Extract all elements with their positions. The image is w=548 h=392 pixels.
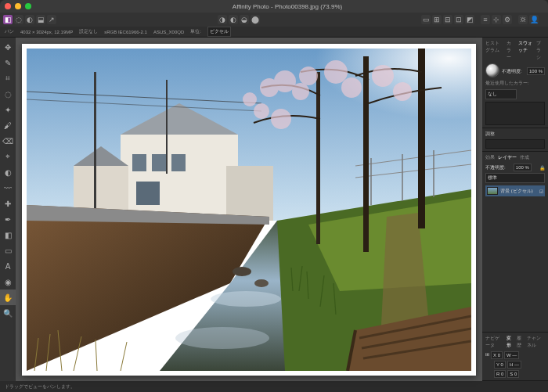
clone-brush-tool[interactable]: ⌖	[0, 149, 16, 164]
fullscreen-window-button[interactable]	[25, 3, 31, 9]
svg-rect-9	[171, 154, 186, 171]
svg-point-45	[341, 77, 362, 98]
effects-tab[interactable]: 効果	[485, 154, 495, 161]
auto-wb-button[interactable]: ⬤	[251, 15, 260, 24]
recent-colors-label: 最近使用したカラー:	[485, 80, 545, 87]
canvas-viewport[interactable]	[16, 38, 482, 381]
auto-contrast-button[interactable]: ◐	[229, 15, 238, 24]
close-window-button[interactable]	[5, 3, 11, 9]
units-dropdown[interactable]: ピクセル	[207, 27, 231, 37]
photo-persona-button[interactable]: ◧	[3, 15, 13, 24]
window-title: Affinity Photo - Photo00398.jpg (73.9%)	[31, 3, 543, 10]
transform-s[interactable]: S 0	[507, 370, 519, 378]
arrange-button[interactable]: ≡	[481, 15, 490, 24]
transform-tab[interactable]: 変形	[507, 335, 514, 349]
tool-name-label: パン	[5, 28, 14, 35]
layers-panel: 効果 レイヤー 作成 不透明度: 100 % 🔒 標準 背景 (ピクセル) ☑	[482, 152, 548, 333]
layer-visibility-checkbox[interactable]: ☑	[539, 189, 543, 194]
selection-subtract-button[interactable]: ⊟	[443, 15, 452, 24]
svg-point-40	[292, 83, 309, 100]
healing-brush-tool[interactable]: ✚	[0, 196, 16, 211]
main-toolbar: ◧ ◌ ◐ ⬓ ↗ ◑ ◐ ◒ ⬤ ▭ ⊞ ⊟ ⊡ ◩ ≡ ⊹ ⚙ ⛭ 👤	[0, 13, 548, 27]
liquify-persona-button[interactable]: ◌	[14, 15, 23, 24]
artistic-text-tool[interactable]: ✎	[0, 55, 16, 70]
title-bar: Affinity Photo - Photo00398.jpg (73.9%)	[0, 0, 548, 13]
swatches-tab[interactable]: スウォッチ	[518, 40, 533, 61]
move-tool[interactable]: ✥	[0, 39, 16, 55]
brushes-tab[interactable]: ブラシ	[536, 40, 545, 61]
auto-colors-button[interactable]: ◒	[240, 15, 249, 24]
adjustments-tab[interactable]: 調整	[485, 131, 545, 138]
gradient-tool[interactable]: ◧	[0, 227, 16, 243]
account-button[interactable]: 👤	[529, 15, 539, 24]
channels-tab[interactable]: チャンネル	[527, 335, 545, 349]
layers-tab[interactable]: レイヤー	[498, 154, 517, 161]
blend-mode-dropdown[interactable]: 標準	[485, 173, 545, 183]
snapping-button[interactable]: ⊹	[492, 15, 501, 24]
transform-x[interactable]: X 0	[491, 351, 503, 359]
studio-panels: ヒストグラム カラー スウォッチ ブラシ 不透明度: 100 % 最近使用したカ…	[482, 38, 548, 381]
preferences-button[interactable]: ⛭	[518, 15, 528, 24]
svg-point-41	[254, 103, 269, 119]
navigator-tab[interactable]: ナビゲータ	[485, 335, 503, 349]
view-tool[interactable]: ✋	[0, 290, 16, 305]
adjustments-panel: 調整	[482, 128, 548, 152]
swatch-grid[interactable]	[485, 102, 545, 125]
text-tool[interactable]: A	[0, 258, 16, 274]
color-picker-tool[interactable]: ◉	[0, 274, 16, 290]
adjustments-list[interactable]	[485, 139, 545, 149]
persona-group: ◧ ◌ ◐ ⬓ ↗	[3, 15, 56, 24]
swatches-panel: ヒストグラム カラー スウォッチ ブラシ 不透明度: 100 % 最近使用したカ…	[482, 38, 548, 128]
selection-group: ▭ ⊞ ⊟ ⊡ ◩	[421, 15, 474, 24]
color-well[interactable]	[485, 63, 499, 77]
develop-persona-button[interactable]: ◐	[25, 15, 34, 24]
styles-tab[interactable]: 作成	[520, 154, 529, 161]
svg-rect-35	[316, 72, 320, 244]
crop-tool[interactable]: ⌗	[0, 70, 16, 86]
erase-brush-tool[interactable]: ⌫	[0, 133, 16, 149]
svg-rect-8	[152, 154, 166, 171]
selection-brush-tool[interactable]: ◌	[0, 86, 16, 102]
assistant-button[interactable]: ⚙	[503, 15, 512, 24]
layer-row[interactable]: 背景 (ピクセル) ☑	[485, 185, 545, 196]
svg-point-42	[271, 109, 291, 129]
svg-rect-37	[418, 49, 425, 228]
auto-levels-button[interactable]: ◑	[218, 15, 227, 24]
camera-model: ASUS_X00QD	[153, 30, 184, 34]
opacity-value[interactable]: 100 %	[527, 67, 545, 75]
transform-r[interactable]: R 0	[494, 370, 506, 378]
tone-persona-button[interactable]: ⬓	[36, 15, 45, 24]
transform-panel-tabs: ナビゲータ 変形 履歴 チャンネル	[485, 335, 545, 349]
layer-opacity-value[interactable]: 100 %	[514, 164, 532, 171]
status-hint: ドラッグでビューをパンします。	[5, 383, 75, 390]
smudge-brush-tool[interactable]: 〰	[0, 180, 16, 196]
flood-select-tool[interactable]: ✦	[0, 102, 16, 117]
layers-panel-tabs: 効果 レイヤー 作成	[485, 154, 545, 161]
main-area: ✥✎⌗◌✦🖌⌫⌖◐〰✚✒◧▭A◉✋🔍	[0, 38, 548, 381]
lock-icon[interactable]: 🔒	[539, 165, 545, 171]
svg-line-54	[121, 342, 127, 371]
transform-h[interactable]: H —	[507, 361, 521, 369]
transform-w[interactable]: W —	[504, 351, 519, 359]
anchor-widget[interactable]: ⊞	[485, 351, 489, 359]
dodge-brush-tool[interactable]: ◐	[0, 164, 16, 180]
export-persona-button[interactable]: ↗	[47, 15, 56, 24]
minimize-window-button[interactable]	[15, 3, 21, 9]
history-tab[interactable]: 履歴	[517, 335, 524, 349]
quick-mask-button[interactable]: ◩	[465, 15, 474, 24]
paint-brush-tool[interactable]: 🖌	[0, 117, 16, 133]
selection-new-button[interactable]: ▭	[421, 15, 431, 24]
photo-content	[27, 49, 471, 371]
status-bar: ドラッグでビューをパンします。	[0, 381, 548, 392]
color-tab[interactable]: カラー	[507, 40, 515, 61]
rectangle-tool[interactable]: ▭	[0, 243, 16, 258]
swatch-set-dropdown[interactable]: なし	[485, 89, 517, 99]
pen-tool[interactable]: ✒	[0, 211, 16, 227]
selection-intersect-button[interactable]: ⊡	[454, 15, 463, 24]
histogram-tab[interactable]: ヒストグラム	[485, 40, 503, 61]
document-canvas[interactable]	[22, 44, 476, 376]
svg-point-20	[233, 267, 251, 276]
zoom-tool[interactable]: 🔍	[0, 305, 16, 321]
selection-add-button[interactable]: ⊞	[432, 15, 442, 24]
transform-y[interactable]: Y 0	[494, 361, 506, 369]
